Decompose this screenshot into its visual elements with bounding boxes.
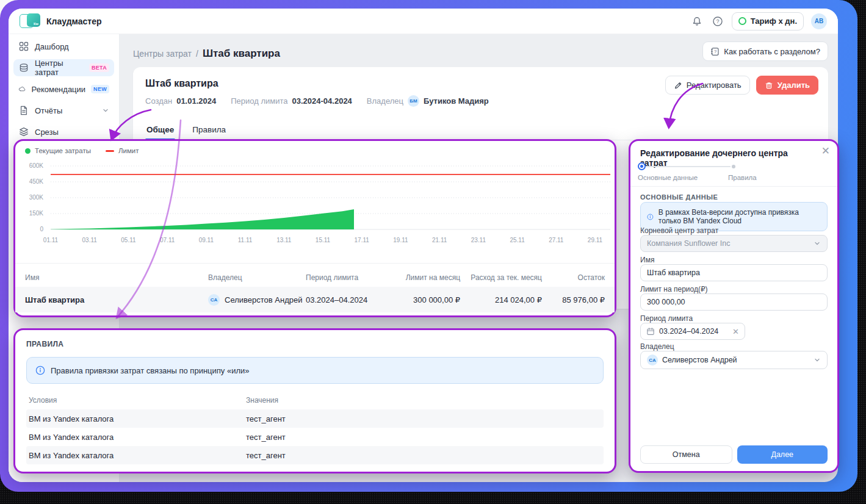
rule-value: тест_агент — [246, 451, 601, 460]
divider — [630, 186, 837, 187]
owner-label: Владелец — [367, 96, 403, 106]
svg-text:450K: 450K — [29, 178, 44, 185]
svg-text:09.11: 09.11 — [199, 237, 214, 243]
breadcrumb-root-link[interactable]: Центры затрат — [133, 49, 192, 59]
svg-text:19.11: 19.11 — [393, 237, 408, 243]
topbar: Км Клаудмастер ? Тариф х дн. АВ — [9, 9, 838, 34]
cell-period: 03.2024–04.2024 — [306, 295, 397, 304]
rules-section-title: ПРАВИЛА — [26, 340, 604, 348]
stepper-line — [644, 166, 731, 167]
chevron-down-icon — [814, 240, 821, 247]
legend-current-costs: Текущие затраты — [25, 147, 91, 154]
sidebar-item-label: Дашборд — [35, 42, 109, 51]
tariff-status-icon — [738, 17, 746, 25]
svg-text:25.11: 25.11 — [510, 237, 525, 243]
reports-icon — [18, 105, 29, 116]
limit-label: Лимит на период(₽) — [640, 285, 708, 293]
svg-text:07.11: 07.11 — [160, 237, 175, 243]
name-input[interactable]: Штаб квартира — [640, 264, 828, 281]
sidebar-item-label: Рекомендации — [32, 85, 86, 94]
owner-name: Бутиков Мадияр — [424, 96, 489, 106]
rule-row[interactable]: ВМ из Yandex каталогатест_агент — [26, 428, 604, 446]
badge: NEW — [91, 85, 109, 93]
legend-dot-icon — [25, 148, 31, 154]
legend-line-icon — [106, 150, 114, 152]
svg-text:05.11: 05.11 — [121, 237, 136, 243]
tariff-label: Тариф х дн. — [751, 16, 797, 26]
tabs: Общее Правила — [145, 121, 816, 140]
rule-row[interactable]: ВМ из Yandex каталогатест_агент — [26, 409, 604, 428]
section-help-button[interactable]: ? Как работать с разделом? — [702, 41, 828, 61]
table-header-row: ИмяВладелецПериод лимитаЛимит на месяцРа… — [15, 268, 615, 287]
tab-rules[interactable]: Правила — [191, 121, 227, 140]
rule-condition: ВМ из Yandex каталога — [29, 451, 246, 460]
stepper-step2-dot — [732, 165, 735, 168]
user-avatar[interactable]: АВ — [811, 13, 827, 29]
rules-table-header: Условия Значения — [26, 396, 604, 405]
root-cost-center-label: Корневой центр затрат — [640, 226, 718, 235]
notifications-bell-icon[interactable] — [690, 15, 704, 28]
page-title: Штаб квартира — [203, 48, 280, 60]
table-header-cell: Владелец — [208, 273, 306, 282]
brand-name: Клаудмастер — [46, 16, 102, 26]
legend-limit: Лимит — [106, 147, 139, 154]
limit-input[interactable]: 300 000,00 — [640, 293, 828, 311]
sidebar-item-cost-centers[interactable]: Центры затратBETA — [13, 59, 114, 76]
table-header-cell: Имя — [25, 273, 208, 282]
cancel-button[interactable]: Отмена — [640, 445, 732, 464]
annotation-box-rules: ПРАВИЛА Правила привязки затрат связаны … — [13, 328, 616, 473]
badge: BETA — [89, 63, 109, 72]
sidebar-item-reports[interactable]: Отчёты — [13, 102, 114, 119]
edit-button[interactable]: Редактировать — [665, 76, 750, 95]
help-icon[interactable]: ? — [711, 15, 724, 28]
rule-value: тест_агент — [246, 433, 601, 442]
limit-period-label: Период лимита — [231, 96, 287, 106]
svg-text:21.11: 21.11 — [432, 237, 447, 243]
svg-text:13.11: 13.11 — [276, 237, 292, 243]
tab-general[interactable]: Общее — [145, 121, 175, 140]
clear-date-icon[interactable]: ✕ — [732, 327, 739, 336]
period-label: Период лимита — [640, 314, 693, 323]
svg-text:03.11: 03.11 — [82, 237, 98, 243]
close-icon[interactable]: ✕ — [821, 146, 830, 156]
rules-table-rows: ВМ из Yandex каталогатест_агентВМ из Yan… — [26, 409, 604, 464]
cell-owner: СА Селиверстов Андрей — [208, 294, 306, 306]
panel-title: Редактирование дочернего центра затрат — [640, 148, 811, 168]
help-book-icon: ? — [710, 47, 720, 56]
breadcrumb-separator: / — [196, 49, 198, 59]
rules-info-banner: Правила привязки затрат связаны по принц… — [26, 357, 604, 384]
chevron-down-icon — [102, 107, 109, 114]
dashboard-icon — [18, 41, 29, 52]
owner-select[interactable]: СА Селиверстов Андрей — [640, 351, 828, 369]
rule-row[interactable]: ВМ из Yandex каталогатест_агент — [26, 446, 604, 464]
sidebar-item-slices[interactable]: Срезы — [13, 123, 114, 140]
info-icon — [35, 365, 45, 375]
chevron-down-icon — [814, 356, 821, 364]
svg-text:?: ? — [716, 18, 719, 24]
sidebar-item-recommendations[interactable]: РекомендацииNEW — [13, 81, 114, 98]
delete-button[interactable]: Удалить — [756, 76, 818, 95]
table-header-cell: Остаток — [542, 273, 605, 282]
recommendations-icon — [18, 84, 26, 95]
svg-text:300K: 300K — [29, 194, 44, 201]
panel-section-title: ОСНОВНЫЕ ДАННЫЕ — [640, 193, 718, 201]
cell-name: Штаб квартира — [25, 295, 208, 304]
sidebar-item-dashboard[interactable]: Дашборд — [13, 38, 114, 55]
owner-label: Владелец — [640, 342, 674, 351]
brand: Км Клаудмастер — [20, 13, 102, 29]
next-button[interactable]: Далее — [737, 445, 828, 464]
period-date-picker[interactable]: 03.2024–04.2024 ✕ — [640, 323, 745, 340]
owner-avatar: СА — [647, 355, 658, 365]
name-label: Имя — [640, 256, 654, 264]
svg-text:11.11: 11.11 — [238, 237, 253, 243]
table-row[interactable]: Штаб квартира СА Селиверстов Андрей 03.2… — [15, 287, 615, 312]
sidebar-item-label: Центры затрат — [35, 59, 84, 77]
edit-panel: Редактирование дочернего центра затрат ✕… — [630, 141, 837, 471]
root-cost-center-select[interactable]: Компания Sunflower Inc — [640, 235, 828, 252]
annotation-box-overview: Текущие затраты Лимит 0150K300K450K600K0… — [13, 139, 616, 317]
trash-icon — [765, 81, 773, 90]
rule-condition: ВМ из Yandex каталога — [29, 414, 246, 423]
tariff-button[interactable]: Тариф х дн. — [732, 12, 804, 31]
svg-text:0: 0 — [40, 226, 43, 232]
spend-chart: 0150K300K450K600K01.1103.1105.1107.1109.… — [15, 159, 615, 253]
